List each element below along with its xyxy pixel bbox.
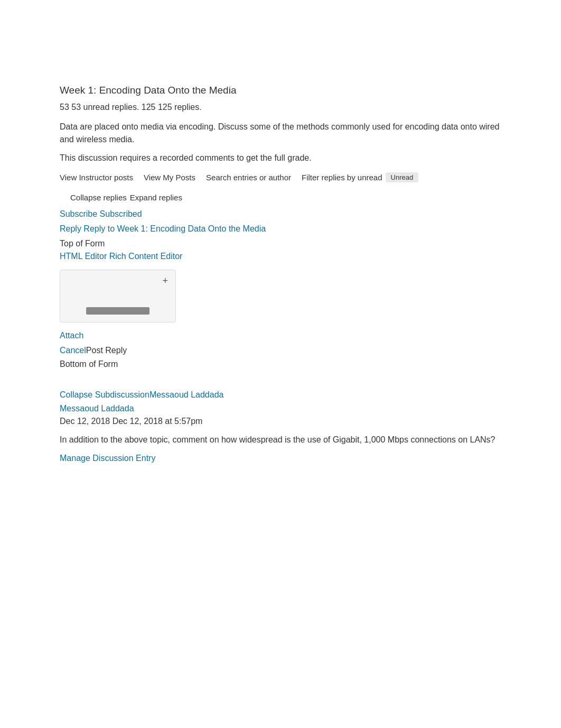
expand-replies-link[interactable]: Expand replies xyxy=(130,193,182,202)
filter-label: Filter replies by unread xyxy=(302,173,382,182)
unread-badge[interactable]: Unread xyxy=(386,172,419,182)
attach-link[interactable]: Attach xyxy=(60,331,83,340)
editor-links-row: HTML Editor Rich Content Editor xyxy=(60,252,501,261)
attach-row: Attach xyxy=(60,331,501,340)
reply-link[interactable]: Reply Reply to Week 1: Encoding Data Ont… xyxy=(60,224,266,233)
editor-toolbar-placeholder xyxy=(86,307,149,315)
search-entries-link[interactable]: Search entries or author xyxy=(206,173,291,182)
author-link[interactable]: Messaoud Laddada xyxy=(60,404,501,413)
editor-plus-icon: + xyxy=(162,275,168,287)
rich-content-editor[interactable]: + xyxy=(60,270,176,322)
requirement-note: This discussion requires a recorded comm… xyxy=(60,153,501,163)
discussion-description: Data are placed onto media via encoding.… xyxy=(60,121,501,146)
cancel-link[interactable]: Cancel xyxy=(60,346,86,355)
collapse-replies-link[interactable]: Collapse replies xyxy=(70,193,127,202)
entry-body: In addition to the above topic, comment … xyxy=(60,434,501,446)
bottom-of-form-label: Bottom of Form xyxy=(60,360,501,369)
view-instructor-posts-link[interactable]: View Instructor posts xyxy=(60,173,133,182)
editor-links[interactable]: HTML Editor Rich Content Editor xyxy=(60,252,182,261)
top-of-form-label: Top of Form xyxy=(60,239,501,248)
manage-discussion-entry-link[interactable]: Manage Discussion Entry xyxy=(60,454,155,463)
subscribe-link[interactable]: Subscribe Subscribed xyxy=(60,209,142,218)
collapse-expand-row: Collapse replies Expand replies xyxy=(60,193,501,202)
form-actions: Cancel Post Reply xyxy=(60,346,501,355)
collapse-subdiscussion-link[interactable]: Collapse SubdiscussionMessaoud Laddada xyxy=(60,390,501,400)
subscribe-row: Subscribe Subscribed xyxy=(60,209,501,219)
reply-row: Reply Reply to Week 1: Encoding Data Ont… xyxy=(60,224,501,234)
discussion-toolbar: View Instructor posts View My Posts Sear… xyxy=(60,172,501,182)
post-reply-button[interactable]: Post Reply xyxy=(86,346,127,355)
page-title: Week 1: Encoding Data Onto the Media xyxy=(60,85,501,96)
subdiscussion-section: Collapse SubdiscussionMessaoud Laddada M… xyxy=(60,390,501,463)
entry-date: Dec 12, 2018 Dec 12, 2018 at 5:57pm xyxy=(60,417,501,426)
stats-line: 53 53 unread replies. 125 125 replies. xyxy=(60,103,501,112)
view-my-posts-link[interactable]: View My Posts xyxy=(144,173,195,182)
